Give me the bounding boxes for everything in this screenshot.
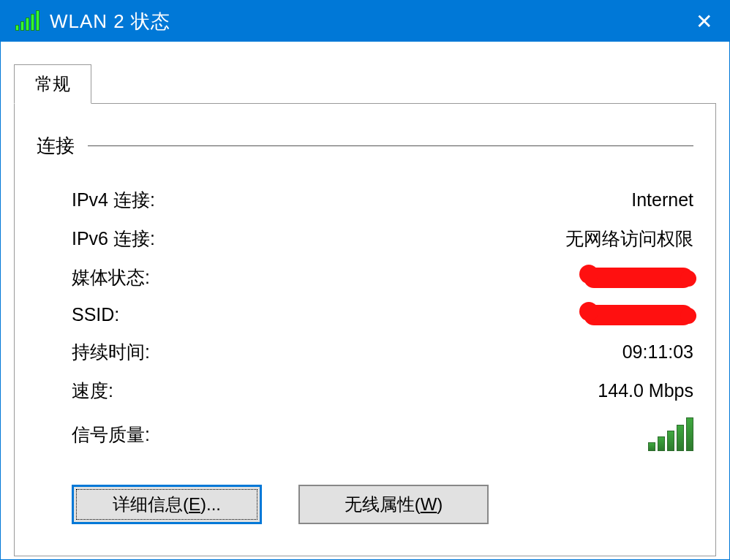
ipv6-value: 无网络访问权限 — [565, 227, 693, 251]
field-row-signal-quality: 信号质量: — [37, 410, 693, 458]
ipv6-label: IPv6 连接: — [72, 227, 155, 251]
signal-strength-icon — [15, 12, 39, 31]
ssid-label: SSID: — [72, 304, 119, 325]
wireless-props-key: W — [421, 494, 437, 514]
signal-quality-value — [648, 417, 693, 451]
field-row-media-state: 媒体状态: — [37, 258, 693, 297]
wlan-status-window: WLAN 2 状态 ✕ 常规 连接 IPv4 连接: Internet IPv6… — [0, 0, 730, 560]
duration-label: 持续时间: — [72, 340, 150, 364]
wireless-props-pre: 无线属性( — [345, 494, 421, 514]
field-row-speed: 速度: 144.0 Mbps — [37, 371, 693, 410]
content-area: 常规 连接 IPv4 连接: Internet IPv6 连接: 无网络访问权限… — [1, 42, 729, 556]
details-button-post: )... — [200, 494, 221, 514]
duration-value: 09:11:03 — [622, 341, 693, 363]
field-row-ipv6: IPv6 连接: 无网络访问权限 — [37, 219, 693, 258]
redacted-value — [584, 268, 693, 288]
close-icon: ✕ — [696, 10, 712, 34]
button-row: 详细信息(E)... 无线属性(W) — [37, 458, 693, 524]
close-button[interactable]: ✕ — [685, 3, 722, 39]
speed-label: 速度: — [72, 379, 113, 403]
wireless-props-post: ) — [437, 494, 443, 514]
details-button-pre: 详细信息( — [113, 494, 189, 514]
redacted-value — [584, 305, 693, 325]
section-header-connection: 连接 — [37, 133, 693, 159]
window-title: WLAN 2 状态 — [50, 9, 170, 34]
tab-general[interactable]: 常规 — [14, 64, 91, 104]
signal-quality-bars-icon — [648, 417, 693, 451]
speed-value: 144.0 Mbps — [598, 380, 693, 401]
titlebar-left: WLAN 2 状态 — [15, 9, 170, 34]
details-button-key: E — [189, 494, 200, 514]
details-button[interactable]: 详细信息(E)... — [72, 485, 262, 524]
ipv4-value: Internet — [631, 189, 693, 211]
section-divider — [88, 145, 693, 146]
signal-quality-label: 信号质量: — [72, 423, 150, 447]
field-row-ipv4: IPv4 连接: Internet — [37, 181, 693, 219]
media-state-label: 媒体状态: — [72, 265, 150, 290]
field-row-ssid: SSID: — [37, 297, 693, 333]
field-row-duration: 持续时间: 09:11:03 — [37, 333, 693, 371]
tab-panel-general: 连接 IPv4 连接: Internet IPv6 连接: 无网络访问权限 媒体… — [14, 103, 716, 556]
ipv4-label: IPv4 连接: — [72, 188, 155, 212]
section-title-connection: 连接 — [37, 133, 88, 159]
tab-strip: 常规 — [14, 64, 716, 103]
ssid-value — [584, 305, 693, 325]
wireless-properties-button[interactable]: 无线属性(W) — [298, 485, 489, 524]
media-state-value — [584, 268, 693, 288]
titlebar: WLAN 2 状态 ✕ — [1, 1, 729, 42]
